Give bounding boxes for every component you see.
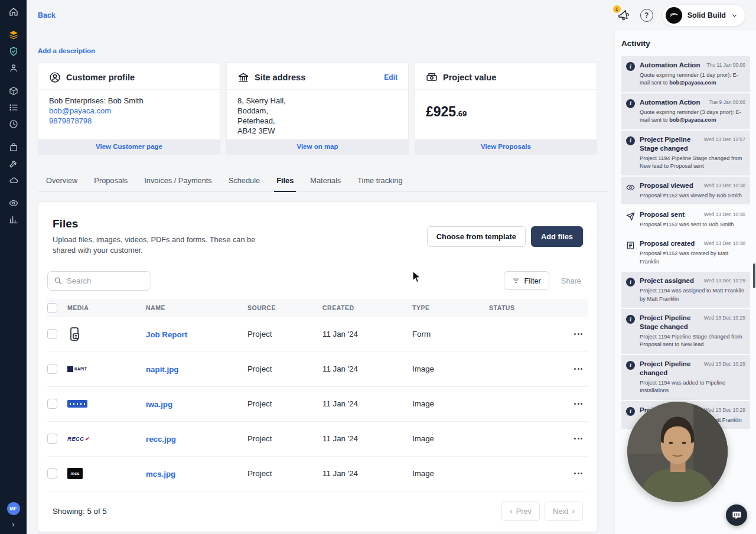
chevron-right-icon: ›	[572, 507, 575, 515]
card-footer: View Proposals	[415, 139, 597, 154]
project-value-amount: £925.69	[426, 103, 586, 121]
cloud-icon[interactable]	[0, 172, 27, 188]
document-icon	[626, 240, 635, 266]
activity-item[interactable]: i Project Pipeline Stage changedWed 13 D…	[621, 309, 750, 354]
row-checkbox[interactable]	[47, 329, 57, 339]
file-name-link[interactable]: iwa.jpg	[146, 400, 172, 409]
activity-title: Activity	[621, 39, 750, 48]
deals-icon[interactable]	[0, 27, 27, 43]
activity-item[interactable]: i Project Pipeline Stage changedWed 13 D…	[621, 131, 750, 175]
expand-sidebar-chevron-icon[interactable]: ›	[12, 520, 14, 528]
card-footer: View Customer page	[38, 139, 220, 154]
user-avatar[interactable]: MF	[7, 502, 20, 515]
row-checkbox[interactable]	[47, 468, 57, 478]
activity-item[interactable]: i Project Pipeline changedWed 13 Dec 10:…	[621, 355, 750, 400]
view-proposals-link[interactable]: View Proposals	[481, 143, 531, 150]
row-checkbox[interactable]	[47, 399, 57, 409]
home-icon[interactable]	[0, 4, 27, 20]
activity-item-title: Proposal viewed	[640, 181, 693, 190]
next-page-button[interactable]: Next›	[545, 502, 583, 521]
view-customer-page-link[interactable]: View Customer page	[96, 143, 162, 150]
file-created: 11 Jan '24	[322, 364, 412, 373]
customer-email-link[interactable]: bob@payaca.com	[49, 106, 111, 116]
files-subtitle: Upload files, images, videos, PDFs and f…	[53, 235, 265, 256]
reports-chart-icon[interactable]	[0, 211, 27, 228]
tab-overview[interactable]: Overview	[38, 170, 86, 191]
cash-icon	[426, 71, 438, 83]
customer-phone-link[interactable]: 9879878798	[49, 116, 92, 126]
project-tabs: Overview Proposals Invoices / Payments S…	[38, 170, 608, 192]
tasks-list-icon[interactable]	[0, 99, 27, 116]
activity-item[interactable]: i Automation ActionThu 11 Jan 00:00 Quot…	[621, 56, 750, 92]
choose-from-template-button[interactable]: Choose from template	[427, 226, 526, 247]
tab-schedule[interactable]: Schedule	[220, 170, 268, 191]
row-actions-button[interactable]	[548, 364, 588, 373]
filter-button[interactable]: Filter	[504, 271, 549, 290]
file-name-link[interactable]: napit.jpg	[146, 365, 178, 374]
file-source: Project	[247, 364, 322, 373]
activity-item-time: Wed 13 Dec 10:29	[704, 314, 745, 331]
edit-site-address-link[interactable]: Edit	[384, 73, 397, 82]
address-line: Peterhead,	[237, 116, 397, 126]
prev-page-button[interactable]: ‹Prev	[501, 502, 540, 521]
activity-item-title: Project assigned	[640, 276, 694, 285]
files-table: MEDIA NAME SOURCE CREATED TYPE STATUS Jo…	[38, 299, 597, 491]
column-header-created: CREATED	[322, 304, 412, 311]
help-button[interactable]: ?	[640, 9, 653, 22]
suppliers-bag-icon[interactable]	[0, 139, 27, 155]
info-icon: i	[626, 278, 635, 286]
row-actions-button[interactable]	[548, 434, 588, 443]
info-icon: i	[626, 361, 635, 370]
back-link[interactable]: Back	[38, 11, 56, 19]
select-all-checkbox[interactable]	[47, 303, 57, 313]
organisation-switcher[interactable]: Solid Build	[662, 4, 745, 27]
tools-wrench-icon[interactable]	[0, 155, 27, 172]
file-type: Image	[412, 399, 489, 408]
visibility-eye-icon[interactable]	[0, 195, 27, 211]
activity-item-title: Proposal created	[640, 239, 695, 248]
row-checkbox[interactable]	[47, 364, 57, 374]
activity-item[interactable]: Proposal viewedWed 13 Dec 10:30 Proposal…	[621, 177, 750, 204]
search-input[interactable]	[67, 276, 145, 285]
activity-item-title: Project Pipeline changed	[640, 360, 701, 377]
column-header-source: SOURCE	[247, 304, 322, 311]
eye-icon	[626, 183, 635, 200]
announcements-button[interactable]: 1	[616, 8, 631, 23]
info-icon: i	[626, 136, 635, 145]
tab-files[interactable]: Files	[268, 170, 302, 191]
file-name-link[interactable]: Job Report	[146, 330, 187, 339]
file-type: Image	[412, 434, 489, 443]
tab-proposals[interactable]: Proposals	[86, 170, 136, 191]
chat-launcher-button[interactable]	[726, 504, 747, 526]
column-header-type: TYPE	[412, 304, 489, 311]
add-files-button[interactable]: Add files	[531, 226, 583, 247]
page-scrollbar-thumb[interactable]	[753, 263, 755, 288]
history-clock-icon[interactable]	[0, 116, 27, 132]
tab-time-tracking[interactable]: Time tracking	[349, 170, 410, 191]
view-on-map-link[interactable]: View on map	[296, 143, 338, 150]
share-button[interactable]: Share	[554, 271, 588, 290]
activity-item-time: Tue 9 Jan 00:00	[709, 98, 745, 107]
compliance-shield-icon[interactable]	[0, 43, 27, 60]
webcam-video-bubble[interactable]	[627, 402, 728, 502]
activity-item-description: Proposal #1152 was viewed by Bob Smith	[640, 192, 745, 200]
activity-item[interactable]: i Project assignedWed 13 Dec 10:29 Proje…	[621, 272, 750, 308]
tab-materials[interactable]: Materials	[302, 170, 349, 191]
file-name-link[interactable]: recc.jpg	[146, 435, 176, 444]
row-checkbox[interactable]	[47, 434, 57, 444]
tab-invoices-payments[interactable]: Invoices / Payments	[136, 170, 220, 191]
customers-icon[interactable]	[0, 60, 27, 76]
activity-item[interactable]: Proposal createdWed 13 Dec 10:30 Proposa…	[621, 235, 750, 271]
row-actions-button[interactable]	[548, 399, 588, 408]
send-icon	[626, 211, 635, 229]
activity-item[interactable]: i Automation ActionTue 9 Jan 00:00 Quote…	[621, 93, 750, 129]
file-name-link[interactable]: mcs.jpg	[146, 470, 175, 478]
row-actions-button[interactable]	[548, 330, 588, 338]
file-type: Form	[412, 330, 489, 338]
row-actions-button[interactable]	[548, 469, 588, 478]
chevron-down-icon	[731, 12, 738, 19]
chevron-left-icon: ‹	[510, 507, 513, 515]
add-description-link[interactable]: Add a description	[38, 47, 95, 54]
activity-item[interactable]: Proposal sentWed 13 Dec 10:30 Proposal #…	[621, 206, 750, 233]
inventory-box-icon[interactable]	[0, 83, 27, 99]
